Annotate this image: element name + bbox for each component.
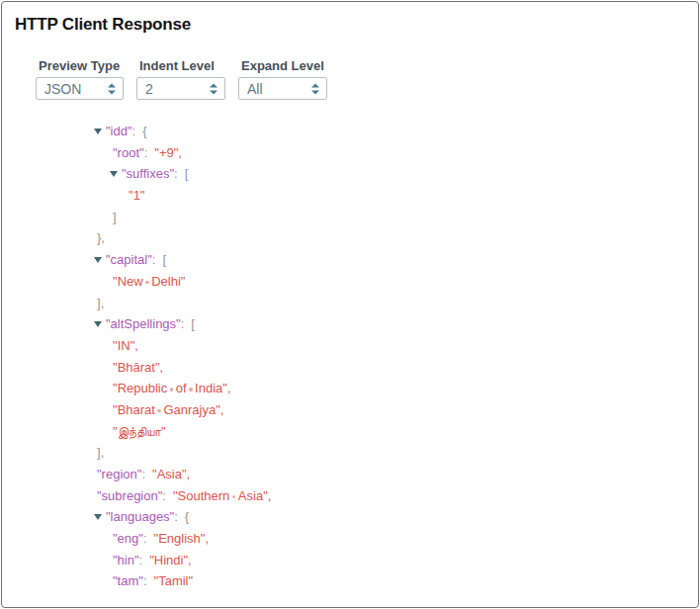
indent-level-label: Indent Level — [136, 58, 225, 73]
json-string-value: "NewDelhi" — [113, 274, 185, 289]
json-tree-line: "BharatGanrajya", — [97, 399, 698, 421]
json-tree-line: "NewDelhi" — [97, 271, 698, 293]
json-key: "eng" — [113, 531, 143, 546]
json-tree-line: "subregion":"SouthernAsia", — [97, 485, 698, 507]
preview-controls: Preview Type JSON Indent Level 2 Expand … — [36, 58, 698, 100]
json-tree-line: ] — [97, 207, 698, 228]
json-tree-line: "idd":{ — [97, 121, 698, 142]
json-key: "root" — [113, 145, 144, 160]
indent-level-value: 2 — [145, 81, 153, 97]
preview-type-label: Preview Type — [36, 58, 124, 73]
expand-level-select[interactable]: All — [238, 77, 327, 100]
json-string-value: "Tamil" — [154, 573, 194, 588]
json-key: "capital" — [106, 252, 152, 267]
collapse-toggle-icon[interactable] — [94, 129, 102, 134]
json-string-value: "Asia" — [152, 467, 187, 481]
panel-title: HTTP Client Response — [15, 15, 698, 35]
expand-level-label: Expand Level — [238, 58, 327, 73]
json-string-value: "English" — [154, 531, 206, 546]
select-spinner-icon — [210, 83, 218, 94]
json-tree-line: "RepublicofIndia", — [97, 378, 698, 399]
json-tree-line: "இந்தியா" — [97, 421, 698, 443]
expand-level-value: All — [247, 81, 263, 97]
json-tree-line: "1" — [97, 185, 698, 207]
json-key: "languages" — [106, 509, 174, 524]
json-key: "idd" — [106, 124, 132, 138]
preview-type-value: JSON — [44, 81, 81, 97]
json-key: "region" — [97, 467, 141, 481]
json-key: "altSpellings" — [106, 316, 181, 331]
json-tree-line: "suffixes":[ — [97, 163, 698, 185]
json-tree-line: "languages":{ — [97, 506, 698, 528]
json-tree-line: "IN", — [97, 335, 698, 357]
preview-type-control: Preview Type JSON — [36, 58, 124, 100]
json-tree-line: "hin":"Hindi", — [97, 550, 698, 571]
json-tree: "idd":{"root":"+9","suffixes":["1"]},"ca… — [2, 121, 698, 592]
json-key: "suffixes" — [122, 166, 174, 181]
json-tree-line: }, — [97, 227, 698, 249]
indent-level-select[interactable]: 2 — [136, 77, 225, 100]
select-spinner-icon — [108, 83, 116, 94]
json-string-value: "RepublicofIndia" — [113, 381, 227, 395]
indent-level-control: Indent Level 2 — [136, 58, 225, 100]
http-client-response-panel: HTTP Client Response Preview Type JSON I… — [1, 1, 699, 608]
json-tree-line: ], — [97, 442, 698, 464]
json-string-value: "Bhārat" — [113, 360, 160, 375]
json-tree-line: "root":"+9", — [97, 142, 698, 164]
json-string-value: "+9" — [154, 145, 178, 160]
json-tree-line: "capital":[ — [97, 249, 698, 271]
collapse-toggle-icon[interactable] — [110, 171, 118, 177]
preview-type-select[interactable]: JSON — [36, 77, 124, 100]
json-string-value: "இந்தியா" — [113, 424, 166, 439]
json-key: "subregion" — [97, 488, 162, 503]
json-string-value: "SouthernAsia" — [173, 488, 268, 503]
collapse-toggle-icon[interactable] — [94, 321, 102, 327]
json-string-value: "Hindi" — [149, 553, 188, 567]
json-tree-line: "altSpellings":[ — [97, 313, 698, 335]
json-tree-line: ], — [97, 293, 698, 314]
expand-level-control: Expand Level All — [238, 58, 327, 100]
select-spinner-icon — [311, 83, 319, 94]
collapse-toggle-icon[interactable] — [94, 514, 102, 520]
json-tree-line: "eng":"English", — [97, 528, 698, 550]
json-tree-line: "tam":"Tamil" — [97, 570, 698, 592]
json-string-value: "1" — [129, 188, 144, 203]
json-string-value: "IN" — [113, 338, 134, 353]
json-tree-line: "region":"Asia", — [97, 464, 698, 485]
collapse-toggle-icon[interactable] — [94, 257, 102, 263]
json-string-value: "BharatGanrajya" — [113, 402, 220, 417]
json-key: "tam" — [113, 573, 143, 588]
json-tree-line: "Bhārat", — [97, 357, 698, 379]
json-key: "hin" — [113, 553, 139, 567]
